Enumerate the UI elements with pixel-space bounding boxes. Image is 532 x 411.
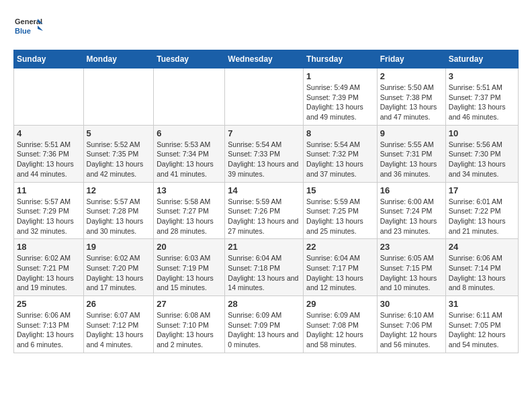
calendar-cell: 28 Sunrise: 6:09 AMSunset: 7:09 PMDaylig…: [225, 296, 304, 353]
calendar-cell: 12 Sunrise: 5:57 AMSunset: 7:28 PMDaylig…: [83, 182, 154, 239]
day-number: 10: [449, 128, 515, 138]
day-number: 13: [157, 185, 222, 195]
calendar-cell: 25 Sunrise: 6:06 AMSunset: 7:13 PMDaylig…: [14, 296, 84, 353]
svg-text:Blue: Blue: [15, 27, 31, 35]
day-info: Sunrise: 6:06 AMSunset: 7:13 PMDaylight:…: [17, 310, 81, 350]
day-number: 30: [380, 299, 443, 309]
day-number: 8: [306, 128, 374, 138]
day-info: Sunrise: 5:53 AMSunset: 7:34 PMDaylight:…: [157, 140, 222, 179]
day-info: Sunrise: 5:50 AMSunset: 7:38 PMDaylight:…: [380, 83, 443, 122]
weekday-header-friday: Friday: [377, 50, 445, 68]
day-number: 22: [306, 242, 374, 252]
calendar-cell: 7 Sunrise: 5:54 AMSunset: 7:33 PMDayligh…: [225, 125, 304, 182]
day-number: 1: [306, 71, 374, 81]
day-info: Sunrise: 5:56 AMSunset: 7:30 PMDaylight:…: [449, 140, 515, 179]
day-number: 21: [228, 242, 300, 252]
day-number: 24: [449, 242, 515, 252]
calendar-cell: 5 Sunrise: 5:52 AMSunset: 7:35 PMDayligh…: [83, 125, 154, 182]
logo: General Blue: [13, 13, 43, 43]
day-number: 19: [87, 242, 151, 252]
day-number: 5: [87, 128, 151, 138]
weekday-header-monday: Monday: [83, 50, 154, 68]
day-number: 7: [228, 128, 300, 138]
calendar-cell: 27 Sunrise: 6:08 AMSunset: 7:10 PMDaylig…: [154, 296, 225, 353]
calendar-cell: 6 Sunrise: 5:53 AMSunset: 7:34 PMDayligh…: [154, 125, 225, 182]
day-info: Sunrise: 5:59 AMSunset: 7:25 PMDaylight:…: [306, 197, 374, 236]
day-info: Sunrise: 6:02 AMSunset: 7:20 PMDaylight:…: [87, 253, 151, 293]
calendar-cell: 14 Sunrise: 5:59 AMSunset: 7:26 PMDaylig…: [225, 182, 304, 239]
weekday-header-row: SundayMondayTuesdayWednesdayThursdayFrid…: [14, 50, 519, 68]
day-info: Sunrise: 5:57 AMSunset: 7:28 PMDaylight:…: [87, 197, 151, 236]
calendar-cell: 1 Sunrise: 5:49 AMSunset: 7:39 PMDayligh…: [304, 68, 378, 126]
day-info: Sunrise: 6:04 AMSunset: 7:17 PMDaylight:…: [306, 253, 374, 293]
week-row-3: 11 Sunrise: 5:57 AMSunset: 7:29 PMDaylig…: [14, 182, 519, 239]
day-number: 26: [87, 299, 151, 309]
day-info: Sunrise: 6:00 AMSunset: 7:24 PMDaylight:…: [380, 197, 443, 236]
logo-container: General Blue: [13, 13, 43, 43]
calendar-cell: 4 Sunrise: 5:51 AMSunset: 7:36 PMDayligh…: [14, 125, 84, 182]
calendar-table: SundayMondayTuesdayWednesdayThursdayFrid…: [13, 50, 519, 353]
logo-icon: General Blue: [13, 13, 43, 43]
calendar-cell: 11 Sunrise: 5:57 AMSunset: 7:29 PMDaylig…: [14, 182, 84, 239]
day-number: 2: [380, 71, 443, 81]
day-info: Sunrise: 6:03 AMSunset: 7:19 PMDaylight:…: [157, 253, 222, 293]
week-row-4: 18 Sunrise: 6:02 AMSunset: 7:21 PMDaylig…: [14, 239, 519, 296]
day-number: 11: [17, 185, 81, 195]
calendar-cell: [83, 68, 154, 126]
week-row-2: 4 Sunrise: 5:51 AMSunset: 7:36 PMDayligh…: [14, 125, 519, 182]
day-info: Sunrise: 6:10 AMSunset: 7:06 PMDaylight:…: [380, 310, 443, 350]
calendar-cell: 13 Sunrise: 5:58 AMSunset: 7:27 PMDaylig…: [154, 182, 225, 239]
day-info: Sunrise: 6:07 AMSunset: 7:12 PMDaylight:…: [87, 310, 151, 350]
calendar-cell: [154, 68, 225, 126]
day-number: 9: [380, 128, 443, 138]
weekday-header-thursday: Thursday: [304, 50, 378, 68]
day-number: 14: [228, 185, 300, 195]
calendar-cell: 10 Sunrise: 5:56 AMSunset: 7:30 PMDaylig…: [445, 125, 518, 182]
calendar-cell: 23 Sunrise: 6:05 AMSunset: 7:15 PMDaylig…: [377, 239, 445, 296]
day-info: Sunrise: 5:49 AMSunset: 7:39 PMDaylight:…: [306, 83, 374, 122]
day-info: Sunrise: 5:54 AMSunset: 7:33 PMDaylight:…: [228, 140, 300, 179]
day-number: 17: [449, 185, 515, 195]
calendar-cell: 20 Sunrise: 6:03 AMSunset: 7:19 PMDaylig…: [154, 239, 225, 296]
day-number: 6: [157, 128, 222, 138]
calendar-cell: [14, 68, 84, 126]
day-info: Sunrise: 6:08 AMSunset: 7:10 PMDaylight:…: [157, 310, 222, 350]
day-number: 12: [87, 185, 151, 195]
calendar-cell: 21 Sunrise: 6:04 AMSunset: 7:18 PMDaylig…: [225, 239, 304, 296]
calendar-cell: 30 Sunrise: 6:10 AMSunset: 7:06 PMDaylig…: [377, 296, 445, 353]
day-number: 15: [306, 185, 374, 195]
day-number: 16: [380, 185, 443, 195]
day-info: Sunrise: 5:59 AMSunset: 7:26 PMDaylight:…: [228, 197, 300, 236]
day-number: 3: [449, 71, 515, 81]
calendar-cell: 18 Sunrise: 6:02 AMSunset: 7:21 PMDaylig…: [14, 239, 84, 296]
calendar-cell: 17 Sunrise: 6:01 AMSunset: 7:22 PMDaylig…: [445, 182, 518, 239]
day-number: 23: [380, 242, 443, 252]
day-info: Sunrise: 6:01 AMSunset: 7:22 PMDaylight:…: [449, 197, 515, 236]
weekday-header-tuesday: Tuesday: [154, 50, 225, 68]
day-info: Sunrise: 6:06 AMSunset: 7:14 PMDaylight:…: [449, 253, 515, 293]
day-info: Sunrise: 6:02 AMSunset: 7:21 PMDaylight:…: [17, 253, 81, 293]
weekday-header-saturday: Saturday: [445, 50, 518, 68]
day-info: Sunrise: 5:51 AMSunset: 7:37 PMDaylight:…: [449, 83, 515, 122]
calendar-cell: 29 Sunrise: 6:09 AMSunset: 7:08 PMDaylig…: [304, 296, 378, 353]
day-number: 31: [449, 299, 515, 309]
calendar-cell: 26 Sunrise: 6:07 AMSunset: 7:12 PMDaylig…: [83, 296, 154, 353]
day-info: Sunrise: 5:55 AMSunset: 7:31 PMDaylight:…: [380, 140, 443, 179]
day-info: Sunrise: 5:51 AMSunset: 7:36 PMDaylight:…: [17, 140, 81, 179]
calendar-cell: 9 Sunrise: 5:55 AMSunset: 7:31 PMDayligh…: [377, 125, 445, 182]
day-info: Sunrise: 6:11 AMSunset: 7:05 PMDaylight:…: [449, 310, 515, 350]
weekday-header-wednesday: Wednesday: [225, 50, 304, 68]
day-number: 29: [306, 299, 374, 309]
day-info: Sunrise: 5:52 AMSunset: 7:35 PMDaylight:…: [87, 140, 151, 179]
day-number: 20: [157, 242, 222, 252]
day-info: Sunrise: 5:54 AMSunset: 7:32 PMDaylight:…: [306, 140, 374, 179]
day-info: Sunrise: 6:09 AMSunset: 7:08 PMDaylight:…: [306, 310, 374, 350]
week-row-1: 1 Sunrise: 5:49 AMSunset: 7:39 PMDayligh…: [14, 68, 519, 126]
calendar-cell: 19 Sunrise: 6:02 AMSunset: 7:20 PMDaylig…: [83, 239, 154, 296]
calendar-cell: 24 Sunrise: 6:06 AMSunset: 7:14 PMDaylig…: [445, 239, 518, 296]
day-number: 18: [17, 242, 81, 252]
calendar-cell: 2 Sunrise: 5:50 AMSunset: 7:38 PMDayligh…: [377, 68, 445, 126]
calendar-cell: [225, 68, 304, 126]
week-row-5: 25 Sunrise: 6:06 AMSunset: 7:13 PMDaylig…: [14, 296, 519, 353]
day-number: 27: [157, 299, 222, 309]
